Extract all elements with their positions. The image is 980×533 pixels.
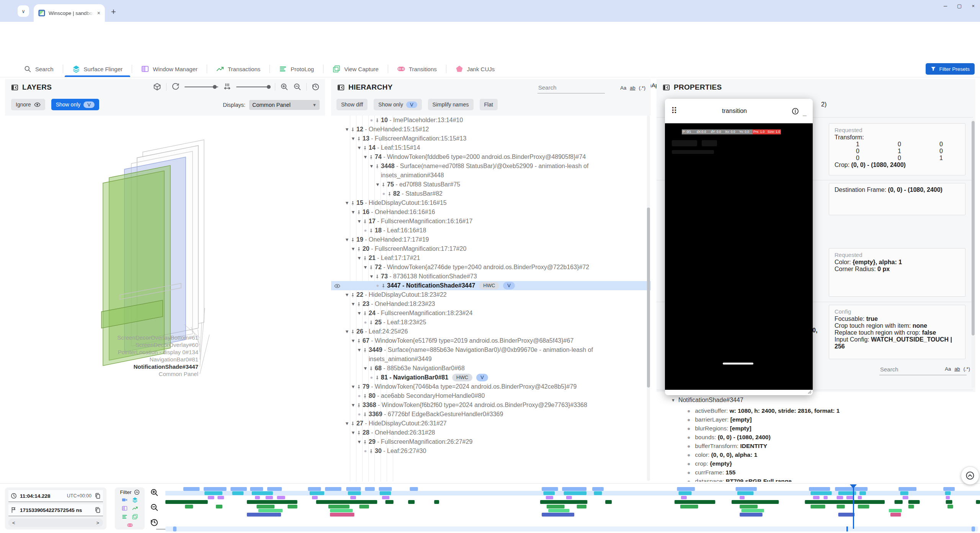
dialog-title-bar[interactable]: ⠿ transition _ (665, 99, 813, 123)
timeline-range-slider[interactable] (165, 526, 978, 531)
filter-presets-button[interactable]: Filter Presets (926, 63, 975, 75)
match-case-toggle[interactable]: Aa (945, 366, 951, 372)
screen-recording-segment[interactable] (736, 487, 757, 491)
layer-label[interactable]: ScreenDecorOverlayBottom#61 (117, 334, 198, 341)
window-manager-segment[interactable] (385, 500, 394, 504)
expand-arrow-icon[interactable]: ▼ (356, 253, 362, 263)
flat-chip[interactable]: Flat (480, 99, 498, 110)
protolog-segment[interactable] (359, 505, 369, 508)
hierarchy-node-25[interactable]: ●25 - Leaf:18:23#25 (331, 318, 651, 327)
visibility-eye-icon[interactable] (334, 283, 340, 289)
expand-arrow-icon[interactable]: ▼ (356, 217, 362, 226)
properties-node-row[interactable]: ▼ NotificationShade#3447 (671, 397, 743, 404)
surface-flinger-segment[interactable] (232, 491, 244, 495)
timeline-cursor[interactable] (852, 484, 855, 532)
regex-toggle[interactable]: (.*) (639, 85, 645, 91)
protolog-segment[interactable] (947, 505, 953, 508)
zoom-in-icon[interactable] (280, 83, 288, 91)
scroll-to-top-button[interactable] (961, 466, 979, 485)
hierarchy-node-27[interactable]: ▼27 - HideDisplayCutout:26:31#27 (331, 419, 651, 428)
transactions-segment[interactable] (255, 496, 260, 499)
hierarchy-node-28[interactable]: ▼28 - OneHanded:26:31#28 (331, 428, 651, 437)
property-dataspace[interactable]: ●dataspace: BT709 sRGB Full range (687, 478, 792, 482)
show-only-visible-chip[interactable]: Show only V (51, 99, 99, 110)
view-capture-segment[interactable] (258, 509, 283, 512)
transactions-segment[interactable] (566, 496, 572, 499)
hierarchy-node-16[interactable]: ▼16 - OneHanded:16:16#16 (331, 208, 651, 217)
hierarchy-node-3448[interactable]: ▼3448 - Surface(name=ed70f88 StatusBar)/… (331, 162, 651, 180)
property-bounds[interactable]: ●bounds: (0, 0) - (1080, 2400) (687, 434, 771, 441)
hierarchy-node-22[interactable]: ▼22 - HideDisplayCutout:18:23#22 (331, 290, 651, 299)
curr-state-dialog[interactable]: ⠿ transition _ P: 0/1dX:0.0dY: 0.0Xv: 0.… (665, 99, 813, 395)
expand-arrow-icon[interactable]: ▼ (344, 290, 350, 299)
transactions-segment[interactable] (903, 496, 908, 499)
pin-icon[interactable] (356, 301, 361, 307)
hierarchy-node-29[interactable]: ▼29 - FullscreenMagnification:26:27#29 (331, 437, 651, 446)
window-manager-segment[interactable] (165, 500, 208, 504)
hierarchy-node-18[interactable]: ●18 - Leaf:16:16#18 (331, 226, 651, 235)
pin-icon[interactable] (356, 384, 361, 389)
surface-flinger-segment[interactable] (204, 491, 222, 495)
layer-label[interactable]: NavigationBar0#81 (149, 356, 198, 363)
pin-icon[interactable] (375, 374, 380, 380)
pin-icon[interactable] (363, 310, 368, 316)
surface-flinger-segment[interactable] (348, 491, 361, 495)
expand-arrow-icon[interactable]: ▼ (363, 263, 368, 272)
window-manager-trace-icon[interactable] (122, 505, 127, 511)
transactions-segment[interactable] (546, 496, 553, 499)
hierarchy-node-20[interactable]: ▼20 - FullscreenMagnification:17:17#20 (331, 244, 651, 253)
info-icon[interactable] (792, 108, 799, 115)
expand-arrow-icon[interactable]: ▼ (356, 309, 362, 318)
hierarchy-node-3368[interactable]: ▼3368 - WindowToken{f6b2f60 type=2024 an… (331, 401, 651, 410)
pin-icon[interactable] (363, 411, 368, 417)
transactions-segment[interactable] (813, 496, 820, 499)
rotation-slider[interactable] (185, 87, 218, 87)
hierarchy-node-72[interactable]: ▼72 - WindowToken{a2746de type=2040 andr… (331, 263, 651, 272)
expand-arrow-icon[interactable]: ▼ (350, 134, 356, 143)
collapse-panel-icon[interactable] (11, 84, 18, 91)
protolog-segment[interactable] (740, 505, 758, 508)
ns-time-field[interactable]: 1715339054227572545 ns (8, 504, 103, 516)
displays-dropdown[interactable]: Common Panel▼ (249, 100, 320, 110)
expand-arrow-icon[interactable]: ▼ (369, 162, 374, 171)
step-back-icon[interactable]: < (12, 520, 15, 526)
pin-icon[interactable] (356, 209, 361, 215)
hierarchy-node-10[interactable]: ●10 - ImePlaceholder:13:14#10 (331, 116, 651, 125)
pin-icon[interactable] (387, 191, 392, 196)
tab-close-icon[interactable]: × (97, 10, 100, 16)
trace-lanes[interactable] (165, 484, 980, 523)
layers-3d-canvas[interactable]: ScreenDecorOverlayBottom#61ScreenDecorOv… (5, 116, 325, 482)
screen-recording-segment[interactable] (677, 487, 695, 491)
transitions-segment[interactable] (330, 513, 354, 517)
expand-arrow-icon[interactable]: ▼ (350, 336, 356, 345)
drag-handle-icon[interactable]: ⠿ (671, 106, 677, 116)
property-currFrame[interactable]: ●currFrame: 155 (687, 469, 735, 476)
view-capture-segment[interactable] (548, 509, 569, 512)
hierarchy-node-74[interactable]: ▼74 - WindowToken{fdddbe6 type=2000 andr… (331, 152, 651, 162)
window-manager-segment[interactable] (732, 500, 779, 504)
tab-surface-flinger[interactable]: Surface Flinger (63, 61, 132, 77)
hierarchy-node-15[interactable]: ▼15 - HideDisplayCutout:16:16#15 (331, 198, 651, 208)
transactions-segment[interactable] (740, 496, 745, 499)
pin-icon[interactable] (369, 319, 374, 325)
hierarchy-node-3449[interactable]: ▼3449 - Surface(name=885b63e NavigationB… (331, 345, 651, 364)
tab-search[interactable]: Search (15, 61, 63, 77)
view-capture-segment[interactable] (330, 509, 353, 512)
window-manager-segment[interactable] (434, 500, 439, 504)
window-manager-segment[interactable] (908, 500, 920, 504)
screen-recording-segment[interactable] (943, 487, 955, 491)
screen-recording-segment[interactable] (230, 487, 247, 491)
transactions-segment[interactable] (350, 496, 356, 499)
expand-arrow-icon[interactable]: ▼ (344, 235, 350, 244)
surface-flinger-segment[interactable] (859, 491, 866, 495)
expand-arrow-icon[interactable]: ▼ (344, 125, 350, 134)
pin-icon[interactable] (350, 200, 355, 206)
transactions-segment[interactable] (312, 496, 318, 499)
pin-icon[interactable] (381, 283, 386, 288)
spacing-slider[interactable] (236, 87, 270, 87)
pin-icon[interactable] (381, 181, 386, 187)
surface-flinger-segment[interactable] (810, 491, 831, 495)
transactions-segment[interactable] (823, 496, 828, 499)
pin-icon[interactable] (363, 347, 368, 353)
window-manager-segment[interactable] (247, 500, 297, 504)
